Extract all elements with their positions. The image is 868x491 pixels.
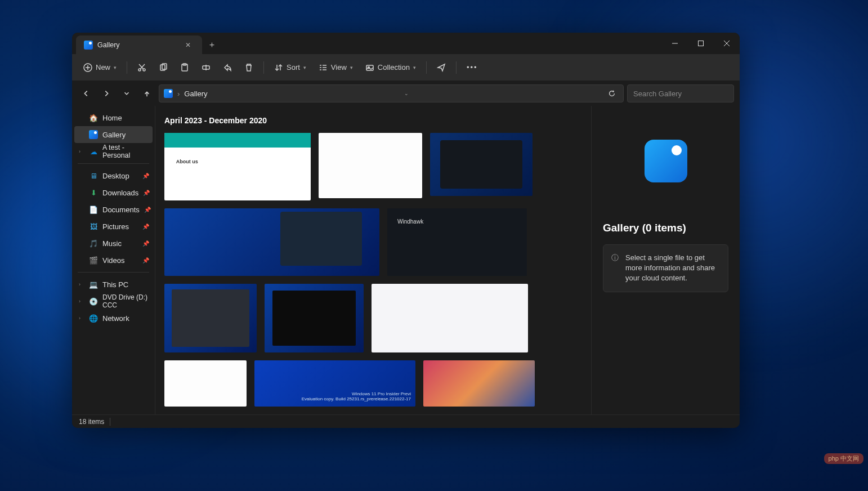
gallery-icon [164,89,173,98]
thumbnail-item[interactable] [164,208,379,276]
new-button[interactable]: New ▾ [78,60,122,75]
chevron-down-icon: ▾ [303,65,306,70]
tab-gallery[interactable]: Gallery ✕ [76,35,202,54]
sidebar-item-onedrive[interactable]: ›☁A test - Personal [72,143,155,160]
paste-button[interactable] [175,60,195,75]
search-input[interactable] [633,90,728,98]
copy-icon [159,63,168,72]
chevron-right-icon[interactable]: › [79,149,80,154]
status-bar: 18 items [72,414,740,428]
file-explorer-window: Gallery ✕ ＋ New ▾ Sort ▾ View [72,33,740,428]
thumbnail-item[interactable] [319,133,422,198]
navigation-bar: › Gallery ⌄ [72,81,740,106]
network-icon: 🌐 [89,314,98,323]
thumbnail-item[interactable] [372,284,528,352]
pin-icon: 📌 [142,240,149,247]
chevron-down-icon: ▾ [413,65,416,70]
recent-button[interactable] [118,85,135,102]
sidebar-item-pictures[interactable]: 🖼Pictures📌 [72,218,155,235]
close-window-button[interactable] [714,33,740,54]
gallery-large-icon [645,140,687,182]
cloud-icon: ☁ [89,147,98,156]
sidebar-item-home[interactable]: 🏠Home [72,109,155,126]
share-icon [223,63,232,72]
disc-icon: 💿 [89,297,98,306]
toolbar: New ▾ Sort ▾ View ▾ Collection ▾ ••• [72,54,740,81]
thumbnail-item[interactable]: Windhawk [387,208,527,276]
chevron-right-icon[interactable]: › [79,282,80,287]
chevron-right-icon[interactable]: › [79,315,80,321]
sidebar-item-downloads[interactable]: ⬇Downloads📌 [72,184,155,201]
address-bar[interactable]: › Gallery ⌄ [159,84,624,102]
send-icon [437,63,446,72]
svg-rect-1 [699,41,704,46]
sidebar-item-gallery[interactable]: Gallery [74,126,153,143]
sidebar-item-videos[interactable]: 🎬Videos📌 [72,252,155,269]
watermark: php 中文网 [824,453,863,464]
thumbnail-item[interactable] [423,360,535,407]
chevron-down-icon[interactable]: ⌄ [404,91,409,96]
collection-button[interactable]: Collection ▾ [360,60,422,75]
ellipsis-icon: ••• [467,63,478,72]
thumbnail-item[interactable] [265,284,364,352]
sidebar-item-music[interactable]: 🎵Music📌 [72,235,155,252]
pictures-icon: 🖼 [89,222,98,231]
thumbnail-item[interactable]: Windows 11 Pro Insider Previ Evaluation … [254,360,415,407]
sidebar-item-desktop[interactable]: 🖥Desktop📌 [72,167,155,184]
rename-button[interactable] [196,60,216,75]
refresh-button[interactable] [605,85,619,102]
chevron-right-icon[interactable]: › [79,298,80,304]
item-count: 18 items [79,418,104,426]
thumbnail-item[interactable] [430,133,533,196]
plus-circle-icon [83,63,92,72]
home-icon: 🏠 [89,113,98,122]
delete-button[interactable] [239,60,259,75]
copy-button[interactable] [153,60,173,75]
date-range-header: April 2023 - December 2020 [164,116,582,125]
sidebar-item-dvd[interactable]: ›💿DVD Drive (D:) CCC [72,293,155,310]
view-button[interactable]: View ▾ [313,60,359,75]
more-button[interactable]: ••• [461,60,484,75]
info-icon: ⓘ [611,253,619,284]
gallery-icon [84,41,93,50]
close-tab-button[interactable]: ✕ [182,39,194,51]
paste-icon [180,63,189,72]
tab-title: Gallery [97,41,120,49]
search-box[interactable] [627,84,734,102]
sort-icon [274,63,283,72]
sidebar-item-thispc[interactable]: ›💻This PC [72,276,155,293]
chevron-down-icon: ▾ [114,65,117,70]
share-button[interactable] [217,60,238,75]
cut-button[interactable] [132,60,152,75]
videos-icon: 🎬 [89,256,98,265]
view-icon [319,63,328,72]
sort-button[interactable]: Sort ▾ [269,60,312,75]
collection-icon [365,63,374,72]
sidebar-item-network[interactable]: ›🌐Network [72,310,155,327]
chevron-down-icon: ▾ [350,65,353,70]
send-button[interactable] [431,60,451,75]
details-pane: Gallery (0 items) ⓘ Select a single file… [591,106,740,414]
new-tab-button[interactable]: ＋ [202,35,221,54]
forward-button[interactable] [98,85,115,102]
minimize-button[interactable] [662,33,688,54]
thumbnail-item[interactable] [164,360,247,407]
thumbnail-grid: About us Windhawk Windows 11 Pro Insider… [164,133,582,407]
up-button[interactable] [138,85,155,102]
back-button[interactable] [78,85,95,102]
details-info-text: Select a single file to get more informa… [625,253,720,284]
sidebar-item-documents[interactable]: 📄Documents📌 [72,201,155,218]
navigation-pane: 🏠Home Gallery ›☁A test - Personal 🖥Deskt… [72,106,155,414]
pin-icon: 📌 [142,173,149,179]
rename-icon [202,63,211,72]
pin-icon: 📌 [142,257,149,264]
breadcrumb-location: Gallery [184,90,207,98]
music-icon: 🎵 [89,239,98,248]
documents-icon: 📄 [89,205,98,214]
pc-icon: 💻 [89,280,98,289]
details-info-box: ⓘ Select a single file to get more infor… [603,244,728,292]
thumbnail-item[interactable]: About us [164,133,311,200]
thumbnail-item[interactable] [164,284,257,352]
titlebar: Gallery ✕ ＋ [72,33,740,54]
maximize-button[interactable] [688,33,714,54]
